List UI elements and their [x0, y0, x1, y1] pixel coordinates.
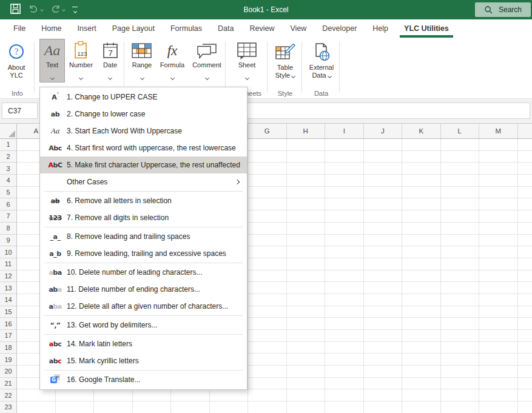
grid-cell[interactable] [518, 378, 532, 390]
grid-cell[interactable] [325, 318, 364, 330]
grid-cell[interactable] [479, 187, 518, 199]
column-header-h[interactable]: H [287, 124, 326, 138]
grid-cell[interactable] [518, 330, 532, 342]
grid-cell[interactable] [402, 175, 441, 187]
grid-cell[interactable] [56, 389, 95, 401]
menu-item-4-start-first-word-with-uppercase-the-rest-lowercase[interactable]: Abc4. Start first word with uppercase, t… [40, 139, 247, 156]
grid-cell[interactable] [518, 342, 532, 354]
external-data-button[interactable]: External Data [305, 39, 338, 82]
grid-cell[interactable] [364, 354, 403, 366]
row-header-20[interactable]: 20 [0, 366, 17, 378]
tab-formulas[interactable]: Formulas [163, 19, 210, 38]
grid-cell[interactable] [441, 401, 480, 413]
menu-item-10-delete-number-of-leading-characters[interactable]: aba10. Delete number of leading characte… [40, 264, 247, 281]
formula-button[interactable]: fxFormula [158, 39, 187, 82]
grid-cell[interactable] [479, 294, 518, 306]
grid-cell[interactable] [248, 139, 287, 151]
grid-cell[interactable] [441, 258, 480, 270]
grid-cell[interactable] [325, 330, 364, 342]
grid-cell[interactable] [325, 235, 364, 247]
grid-cell[interactable] [248, 163, 287, 175]
grid-cell[interactable] [441, 235, 480, 247]
grid-cell[interactable] [325, 198, 364, 210]
grid-cell[interactable] [479, 151, 518, 163]
row-header-1[interactable]: 1 [0, 139, 17, 151]
grid-cell[interactable] [248, 246, 287, 258]
grid-cell[interactable] [518, 187, 532, 199]
grid-cell[interactable] [248, 354, 287, 366]
grid-cell[interactable] [441, 175, 480, 187]
tab-help[interactable]: Help [365, 19, 396, 38]
menu-item-9-remove-leading-trailing-and-excessive-spaces[interactable]: a_b9. Remove leading, trailing and exces… [40, 245, 247, 262]
grid-cell[interactable] [287, 210, 326, 223]
grid-cell[interactable] [402, 151, 441, 163]
grid-cell[interactable] [364, 270, 403, 283]
grid-cell[interactable] [248, 366, 287, 378]
text-button[interactable]: AaText [39, 39, 65, 82]
row-header-8[interactable]: 8 [0, 223, 17, 235]
grid-cell[interactable] [402, 306, 441, 318]
grid-cell[interactable] [325, 306, 364, 318]
tab-ylc-utilities[interactable]: YLC Utilities [396, 19, 457, 38]
grid-cell[interactable] [17, 401, 56, 413]
grid-cell[interactable] [364, 151, 403, 163]
grid-cell[interactable] [287, 378, 326, 390]
grid-cell[interactable] [518, 151, 532, 163]
grid-cell[interactable] [441, 163, 480, 175]
menu-item-2-change-to-lower-case[interactable]: ab2. Change to lower case [40, 106, 247, 123]
grid-cell[interactable] [441, 342, 480, 354]
grid-cell[interactable] [402, 198, 441, 210]
grid-cell[interactable] [402, 318, 441, 330]
grid-cell[interactable] [248, 306, 287, 318]
grid-cell[interactable] [441, 223, 480, 235]
row-header-7[interactable]: 7 [0, 210, 17, 223]
grid-cell[interactable] [479, 246, 518, 258]
grid-cell[interactable] [402, 139, 441, 151]
grid-cell[interactable] [479, 342, 518, 354]
grid-cell[interactable] [287, 246, 326, 258]
column-header-l[interactable]: L [441, 124, 480, 138]
grid-cell[interactable] [248, 294, 287, 306]
grid-cell[interactable] [402, 378, 441, 390]
menu-item-other-cases[interactable]: Other Cases [40, 173, 247, 190]
grid-cell[interactable] [287, 389, 326, 401]
row-header-11[interactable]: 11 [0, 258, 17, 270]
grid-cell[interactable] [479, 223, 518, 235]
grid-cell[interactable] [518, 258, 532, 270]
grid-cell[interactable] [402, 235, 441, 247]
grid-cell[interactable] [287, 354, 326, 366]
grid-cell[interactable] [479, 210, 518, 223]
row-header-19[interactable]: 19 [0, 354, 17, 366]
row-header-23[interactable]: 23 [0, 401, 17, 413]
grid-cell[interactable] [325, 342, 364, 354]
grid-cell[interactable] [402, 187, 441, 199]
grid-cell[interactable] [479, 198, 518, 210]
grid-cell[interactable] [479, 389, 518, 401]
tab-home[interactable]: Home [33, 19, 69, 38]
grid-cell[interactable] [479, 401, 518, 413]
grid-cell[interactable] [402, 163, 441, 175]
grid-cell[interactable] [441, 389, 480, 401]
column-header-g[interactable]: G [248, 124, 287, 138]
grid-cell[interactable] [518, 223, 532, 235]
grid-cell[interactable] [364, 163, 403, 175]
grid-cell[interactable] [479, 378, 518, 390]
select-all-button[interactable] [0, 124, 17, 138]
grid-cell[interactable] [441, 294, 480, 306]
grid-cell[interactable] [364, 223, 403, 235]
tab-file[interactable]: File [5, 19, 33, 38]
row-header-14[interactable]: 14 [0, 294, 17, 306]
grid-cell[interactable] [441, 366, 480, 378]
grid-cell[interactable] [287, 270, 326, 283]
menu-item-12-delete-all-after-a-given-number-of-characters[interactable]: aba12. Delete all after a given number o… [40, 298, 247, 315]
grid-cell[interactable] [518, 401, 532, 413]
grid-cell[interactable] [325, 354, 364, 366]
grid-cell[interactable] [479, 330, 518, 342]
row-header-13[interactable]: 13 [0, 282, 17, 294]
menu-item-5-make-first-character-uppercase-the-rest-unaffected[interactable]: AbC5. Make first character Uppercase, th… [40, 156, 247, 173]
grid-cell[interactable] [248, 223, 287, 235]
row-header-15[interactable]: 15 [0, 306, 17, 318]
grid-cell[interactable] [94, 401, 133, 413]
grid-cell[interactable] [133, 401, 172, 413]
grid-cell[interactable] [479, 139, 518, 151]
